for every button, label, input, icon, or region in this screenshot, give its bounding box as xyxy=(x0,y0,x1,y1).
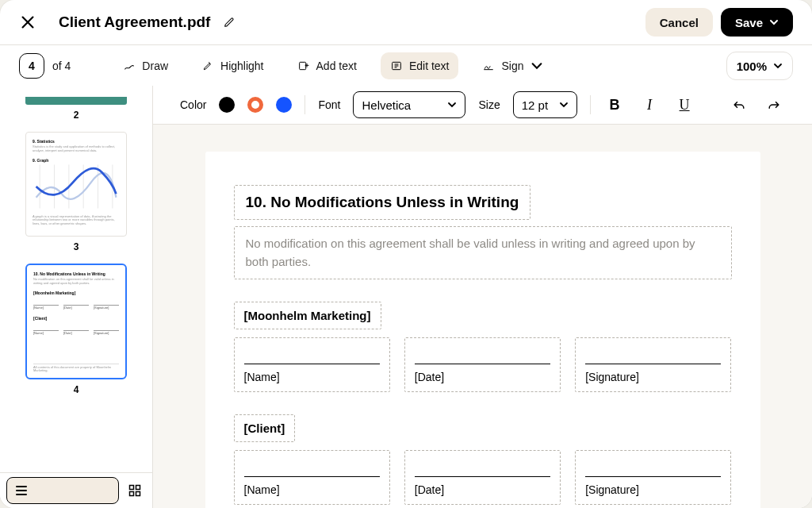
party-label-1[interactable]: [Moonhelm Marketing] xyxy=(234,302,381,329)
svg-rect-8 xyxy=(130,486,134,490)
document-viewport[interactable]: 10. No Modifications Unless in Writing N… xyxy=(153,125,812,508)
chevron-down-icon xyxy=(769,17,779,27)
svg-rect-10 xyxy=(130,492,134,496)
edit-text-tool[interactable]: Edit text xyxy=(381,52,459,79)
cancel-button[interactable]: Cancel xyxy=(645,8,713,37)
bold-button[interactable]: B xyxy=(603,94,626,116)
color-swatch-blue[interactable] xyxy=(276,97,292,113)
signature-field-date[interactable]: [Date] xyxy=(404,450,561,505)
font-select[interactable]: Helvetica xyxy=(353,91,465,118)
divider xyxy=(304,95,305,114)
svg-rect-9 xyxy=(136,486,140,490)
chevron-down-icon xyxy=(530,60,543,72)
app-window: Client Agreement.pdf Cancel Save 4 of 4 … xyxy=(0,0,812,508)
highlight-tool[interactable]: Highlight xyxy=(192,52,273,79)
document-page: 10. No Modifications Unless in Writing N… xyxy=(205,152,760,508)
add-text-icon xyxy=(297,60,310,72)
thumbnail-label-2: 2 xyxy=(74,110,79,121)
sign-tool[interactable]: Sign xyxy=(473,52,552,79)
chevron-down-icon xyxy=(773,61,783,71)
color-swatch-black[interactable] xyxy=(219,97,235,113)
thumbnail-sidebar: 2 9. Statistics Statistics is the study … xyxy=(0,86,153,508)
list-view-button[interactable] xyxy=(6,477,119,504)
grid-view-button[interactable] xyxy=(124,479,146,502)
color-swatch-orange[interactable] xyxy=(247,97,263,113)
close-icon[interactable] xyxy=(19,13,36,31)
party-label-2[interactable]: [Client] xyxy=(234,414,296,442)
editor-pane: Color Font Helvetica Size 12 pt B I U xyxy=(153,86,812,508)
rename-icon[interactable] xyxy=(218,11,240,33)
zoom-control[interactable]: 100% xyxy=(726,52,793,80)
redo-button[interactable] xyxy=(763,94,785,116)
section-heading[interactable]: 10. No Modifications Unless in Writing xyxy=(234,185,531,220)
current-page-indicator[interactable]: 4 xyxy=(19,53,44,79)
draw-icon xyxy=(123,60,136,72)
sidebar-view-toggle xyxy=(0,472,152,508)
edit-text-icon xyxy=(390,60,403,72)
svg-rect-0 xyxy=(299,62,305,69)
signature-field-signature[interactable]: [Signature] xyxy=(575,450,731,505)
main-toolbar: 4 of 4 Draw Highlight Add text Edit text… xyxy=(0,45,812,87)
color-label: Color xyxy=(180,98,206,111)
workspace: 2 9. Statistics Statistics is the study … xyxy=(0,86,812,508)
italic-button[interactable]: I xyxy=(638,94,661,116)
font-label: Font xyxy=(318,98,340,111)
sign-icon xyxy=(482,60,495,72)
draw-tool[interactable]: Draw xyxy=(113,52,178,79)
divider xyxy=(590,95,591,114)
underline-button[interactable]: U xyxy=(673,94,695,116)
signature-field-date[interactable]: [Date] xyxy=(404,337,561,392)
signature-field-name[interactable]: [Name] xyxy=(234,337,390,392)
chart-icon xyxy=(33,163,120,210)
format-toolbar: Color Font Helvetica Size 12 pt B I U xyxy=(153,86,812,125)
size-label: Size xyxy=(478,98,500,111)
save-button[interactable]: Save xyxy=(721,8,793,37)
undo-button[interactable] xyxy=(728,94,750,116)
signature-field-name[interactable]: [Name] xyxy=(234,450,390,505)
page-count: of 4 xyxy=(52,60,71,72)
highlight-icon xyxy=(201,60,214,72)
signature-field-signature[interactable]: [Signature] xyxy=(575,337,731,392)
thumbnail-page-3[interactable]: 9. Statistics Statistics is the study an… xyxy=(25,132,127,237)
thumbnail-page-2-partial[interactable] xyxy=(25,97,127,105)
chevron-down-icon xyxy=(447,100,457,110)
add-text-tool[interactable]: Add text xyxy=(288,52,366,79)
document-title: Client Agreement.pdf xyxy=(59,13,210,31)
thumbnail-label-3: 3 xyxy=(74,241,79,252)
chevron-down-icon xyxy=(559,100,569,110)
thumbnail-page-4[interactable]: 10. No Modifications Unless in Writing N… xyxy=(25,264,127,379)
thumbnail-label-4: 4 xyxy=(74,384,79,395)
section-body[interactable]: No modification on this agreement shall … xyxy=(234,226,732,279)
svg-rect-11 xyxy=(136,492,140,496)
title-bar: Client Agreement.pdf Cancel Save xyxy=(0,0,812,45)
size-select[interactable]: 12 pt xyxy=(513,91,577,118)
